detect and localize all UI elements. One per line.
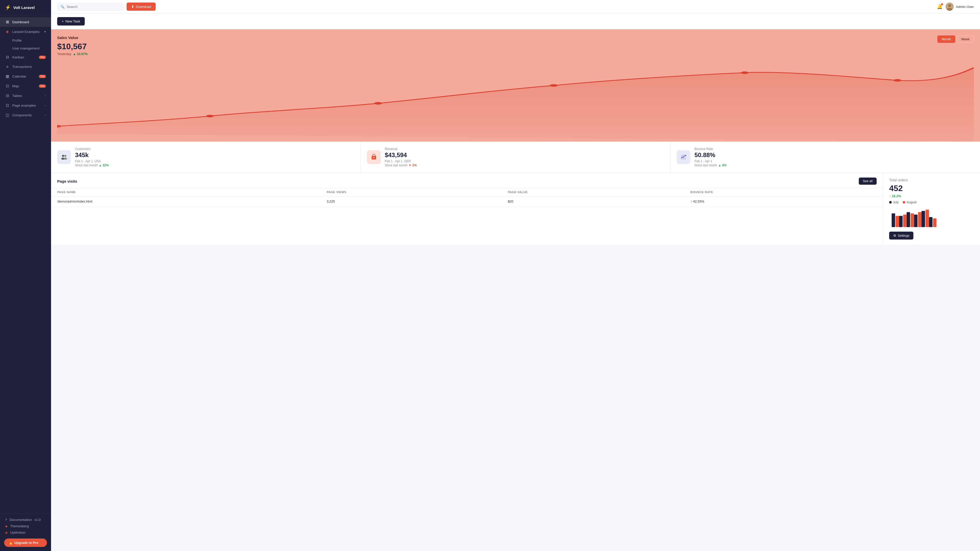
page-content: + New Task Sales Value $10,567 Yesterday… [51, 14, 980, 551]
pro-badge: Pro [39, 56, 46, 59]
chevron-right-icon: › [45, 94, 46, 97]
sidebar-item-user-management[interactable]: User management [12, 44, 51, 52]
revenue-info: Revenue $43,594 Feb 1 - Apr 1, GER Since… [385, 147, 664, 167]
tables-icon: ⊟ [5, 94, 10, 98]
sidebar-item-calendar[interactable]: ▦ Calendar Pro [0, 71, 51, 81]
legend-july: July [889, 200, 899, 204]
sidebar-item-label: Dashboard [12, 20, 29, 24]
sales-value: $10,567 [57, 42, 88, 51]
pro-badge: Pro [39, 84, 46, 88]
legend-label-august: August [907, 200, 916, 204]
sidebar-item-documentation[interactable]: ? Documentation v1.0 [5, 518, 46, 522]
sales-header: Sales Value $10,567 Yesterday ▲ 10.57% M… [57, 35, 974, 56]
app-logo[interactable]: ⚡ Volt Laravel [0, 0, 51, 15]
upgrade-button[interactable]: 🔥 Upgrade to Pro [4, 538, 47, 547]
pro-badge: Pro [39, 75, 46, 78]
sidebar-item-themesberg[interactable]: ◈ Themesberg [5, 524, 46, 528]
settings-icon: ⚙ [893, 233, 896, 238]
sidebar-item-components[interactable]: ◫ Components › [0, 110, 51, 120]
sidebar-item-transactions[interactable]: ≡ Transactions [0, 62, 51, 71]
download-button[interactable]: ⬇ Download [127, 3, 156, 11]
table-row: /demo/admin/index.html 3,225 $20 ↑ 42,55… [51, 197, 883, 206]
search-box[interactable]: 🔍 [57, 3, 124, 11]
svg-rect-19 [911, 213, 914, 227]
svg-rect-16 [929, 217, 932, 227]
revenue-change: ▼ 2% [408, 164, 417, 167]
settings-label: Settings [898, 234, 909, 238]
svg-rect-11 [892, 213, 895, 227]
customers-label: Customers [75, 147, 355, 151]
download-icon: ⬇ [131, 5, 134, 9]
plus-icon: + [62, 19, 64, 23]
customers-value: 345k [75, 151, 355, 159]
period-month-button[interactable]: Month [937, 35, 955, 43]
customers-period: Feb 1 - Apr 1, USA [75, 159, 355, 163]
page-visits-section: Page visits See all PAGE NAME PAGE VIEWS… [51, 173, 883, 245]
search-icon: 🔍 [60, 5, 65, 9]
legend-august: August [903, 200, 916, 204]
col-page-value: PAGE VALUE [502, 188, 684, 197]
sales-title: Sales Value [57, 35, 88, 40]
revenue-value: $43,594 [385, 151, 664, 159]
bounce-info: Bounce Rate 50.88% Feb 1 - Apr 1 Since l… [694, 147, 974, 167]
table-header-row: PAGE NAME PAGE VIEWS PAGE VALUE BOUNCE R… [51, 188, 883, 197]
svg-rect-17 [896, 216, 899, 227]
sidebar-item-label: Map [12, 84, 19, 88]
sidebar-item-label: Transactions [12, 65, 32, 68]
see-all-button[interactable]: See all [859, 178, 877, 185]
sidebar-item-page-examples[interactable]: ⊡ Page examples › [0, 100, 51, 110]
sales-section: Sales Value $10,567 Yesterday ▲ 10.57% M… [51, 29, 980, 141]
stat-card-bounce: Bounce Rate 50.88% Feb 1 - Apr 1 Since l… [670, 141, 980, 173]
sales-info: Sales Value $10,567 Yesterday ▲ 10.57% [57, 35, 88, 56]
row-bounce-rate: ↑ 42,55% [684, 197, 883, 206]
sales-chart-svg [57, 60, 974, 141]
customers-since: Since last month ▲ 22% [75, 164, 355, 167]
sidebar-item-kanban[interactable]: ⊟ Kanban Pro [0, 52, 51, 62]
notification-button[interactable]: 🔔 [937, 4, 942, 10]
orders-chart-svg [889, 208, 974, 229]
svg-rect-21 [926, 210, 929, 227]
chevron-right-icon: › [45, 114, 46, 117]
pages-icon: ⊡ [5, 103, 10, 108]
sidebar-item-label: Calendar [12, 75, 26, 78]
svg-point-3 [62, 155, 64, 157]
revenue-icon [367, 150, 381, 164]
search-input[interactable] [67, 5, 113, 9]
period-week-button[interactable]: Week [957, 35, 974, 43]
total-orders-section: Total orders 452 ↑ 18.2% July August [883, 173, 980, 245]
svg-point-10 [685, 155, 686, 156]
orders-legend: July August [889, 200, 974, 204]
svg-point-1 [948, 4, 951, 7]
sidebar-item-dashboard[interactable]: ⊞ Dashboard [0, 17, 51, 27]
version-badge: v1.0 [35, 518, 41, 522]
sidebar-item-profile[interactable]: Profile [12, 37, 51, 44]
chart-area-fill [57, 68, 974, 141]
chart-point [206, 115, 214, 118]
logo-icon: ⚡ [5, 5, 11, 10]
laravel-icon: ◈ [5, 29, 10, 34]
sales-chart: Mon Tue Wed Thu Fri Sat [57, 60, 974, 141]
orders-value: 452 [889, 184, 974, 193]
page-visits-title: Page visits [57, 179, 77, 183]
col-page-name: PAGE NAME [51, 188, 321, 197]
settings-button[interactable]: ⚙ Settings [889, 232, 913, 240]
upgrade-label: Upgrade to Pro [14, 541, 38, 545]
sales-subtitle: Yesterday ▲ 10.57% [57, 52, 88, 56]
new-task-button[interactable]: + New Task [57, 17, 85, 25]
row-page-value: $20 [502, 197, 684, 206]
sidebar-item-updivision[interactable]: ◈ Updivision [5, 530, 46, 534]
admin-user[interactable]: Admin User [945, 3, 974, 11]
sidebar-item-laravel-examples[interactable]: ◈ Laravel Examples ▾ [0, 27, 51, 37]
period-buttons: Month Week [937, 35, 974, 43]
orders-change: ↑ 18.2% [889, 194, 974, 198]
sidebar-item-map[interactable]: ⊡ Map Pro [0, 81, 51, 91]
chevron-down-icon: ▾ [45, 30, 46, 33]
sidebar-item-label: Page examples [12, 103, 36, 107]
chevron-right-icon: › [45, 104, 46, 107]
components-icon: ◫ [5, 113, 10, 118]
sidebar-item-tables[interactable]: ⊟ Tables › [0, 91, 51, 100]
svg-rect-20 [918, 212, 921, 227]
header: 🔍 ⬇ Download 🔔 Admin User [51, 0, 980, 14]
orders-title: Total orders [889, 178, 974, 182]
period-label: Yesterday [57, 52, 71, 56]
